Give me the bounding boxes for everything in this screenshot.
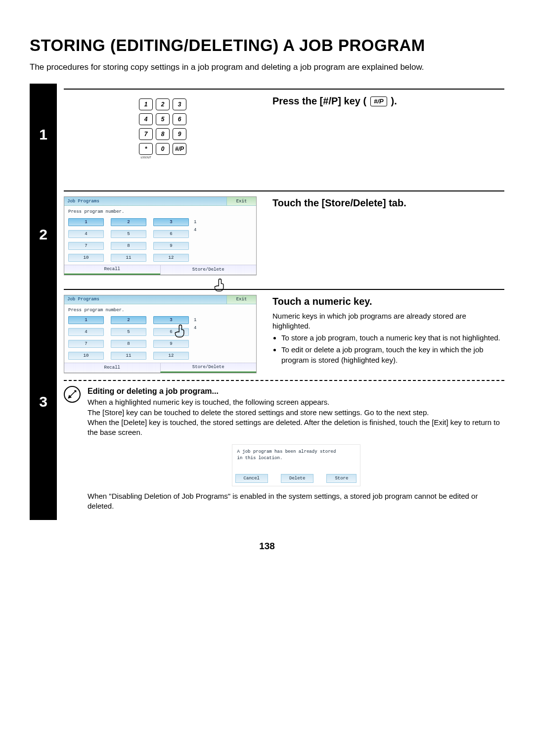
step-number-3: 3: [30, 284, 57, 520]
step3-panel: Job Programs Exit Press program number. …: [64, 295, 257, 373]
tab-store-delete[interactable]: Store/Delete: [160, 363, 257, 373]
step-1: 1 1 2 3 4 5 6 7 8 9: [30, 84, 504, 186]
numkey-8[interactable]: 8: [111, 340, 146, 348]
note-icon: [64, 386, 81, 403]
keypad-8[interactable]: 8: [156, 128, 170, 140]
numkey-10[interactable]: 10: [68, 352, 104, 360]
numkey-2[interactable]: 2: [111, 218, 146, 226]
step-3-bullets: To store a job program, touch a numeric …: [281, 333, 504, 365]
numkey-8[interactable]: 8: [111, 242, 146, 250]
step-1-heading-suffix: ).: [391, 94, 397, 108]
numkey-3[interactable]: 3: [153, 316, 189, 324]
page-indicator-current: 1: [194, 317, 196, 323]
keypad: 1 2 3 4 5 6 7 8 9 * 0 #/P LOGOUT: [139, 98, 186, 170]
divider: [64, 289, 504, 290]
dialog-line-1: A job program has been already stored: [237, 449, 355, 455]
cancel-button[interactable]: Cancel: [235, 474, 268, 483]
dialog-line-2: in this location.: [237, 455, 355, 461]
note-line-1: When a highlighted numeric key is touche…: [88, 397, 504, 407]
delete-button[interactable]: Delete: [281, 474, 313, 483]
step-2-heading: Touch the [Store/Delete] tab.: [272, 196, 504, 210]
page-indicator: 1 4: [194, 316, 196, 360]
keypad-9[interactable]: 9: [173, 128, 186, 140]
numkey-5[interactable]: 5: [111, 328, 146, 336]
page-number: 138: [30, 540, 504, 553]
note-line-2: The [Store] key can be touched to delete…: [88, 408, 504, 418]
note-line-3: When the [Delete] key is touched, the st…: [88, 418, 504, 438]
numkey-5[interactable]: 5: [111, 230, 146, 238]
numkey-1[interactable]: 1: [68, 316, 104, 324]
numkey-11[interactable]: 11: [111, 352, 146, 360]
numkey-7[interactable]: 7: [68, 242, 104, 250]
panel-sub: Press program number.: [64, 304, 256, 314]
step-1-heading: Press the [#/P] key ( #/P ).: [272, 94, 504, 108]
numkey-9[interactable]: 9: [153, 242, 189, 250]
step-3-sub: Numeric keys in which job programs are a…: [272, 311, 504, 331]
step-2: 2 Job Programs Exit Press program number…: [30, 186, 504, 284]
keypad-hashp[interactable]: #/P: [173, 143, 186, 155]
divider: [64, 89, 504, 90]
keypad-1[interactable]: 1: [139, 98, 153, 110]
numkey-7[interactable]: 7: [68, 340, 104, 348]
tab-store-delete[interactable]: Store/Delete: [160, 265, 257, 275]
note-block: Editing or deleting a job program... Whe…: [64, 386, 504, 512]
keypad-3[interactable]: 3: [173, 98, 186, 110]
numkey-4[interactable]: 4: [68, 328, 104, 336]
panel-title: Job Programs: [64, 295, 226, 304]
hashp-key-icon: #/P: [370, 96, 387, 106]
numkey-6[interactable]: 6: [153, 328, 189, 336]
step-1-heading-prefix: Press the [#/P] key (: [272, 94, 366, 108]
step-3-bullet-1: To store a job program, touch a numeric …: [281, 333, 504, 343]
exit-button[interactable]: Exit: [226, 295, 256, 304]
numkey-10[interactable]: 10: [68, 254, 104, 262]
dashed-divider: [64, 380, 504, 381]
page-indicator: 1 4: [194, 218, 196, 262]
panel-sub: Press program number.: [64, 206, 256, 216]
step-3-heading: Touch a numeric key.: [272, 295, 504, 308]
divider: [64, 190, 504, 191]
note-heading: Editing or deleting a job program...: [88, 386, 504, 397]
keypad-4[interactable]: 4: [139, 113, 153, 125]
page-title: STORING (EDITING/DELETING) A JOB PROGRAM: [30, 35, 504, 57]
step-3: 3 Job Programs Exit Press program number…: [30, 284, 504, 520]
exit-button[interactable]: Exit: [226, 197, 256, 205]
numkey-3[interactable]: 3: [153, 218, 189, 226]
numkey-11[interactable]: 11: [111, 254, 146, 262]
store-button[interactable]: Store: [326, 474, 356, 483]
keypad-6[interactable]: 6: [173, 113, 186, 125]
page-indicator-total: 4: [194, 227, 196, 233]
numeric-key-grid: 1 2 3 4 5 6 7 8 9 10 11: [68, 316, 189, 360]
page-indicator-current: 1: [194, 219, 196, 225]
confirm-dialog: A job program has been already stored in…: [232, 444, 360, 486]
step-number-1: 1: [30, 84, 57, 186]
numkey-1[interactable]: 1: [68, 218, 104, 226]
keypad-2[interactable]: 2: [156, 98, 170, 110]
numkey-12[interactable]: 12: [153, 254, 189, 262]
page-indicator-total: 4: [194, 325, 196, 331]
keypad-star[interactable]: *: [139, 143, 153, 155]
step2-panel: Job Programs Exit Press program number. …: [64, 196, 257, 275]
step-number-2: 2: [30, 186, 57, 284]
numkey-4[interactable]: 4: [68, 230, 104, 238]
logout-label: LOGOUT: [139, 156, 153, 168]
keypad-7[interactable]: 7: [139, 128, 153, 140]
numkey-2[interactable]: 2: [111, 316, 146, 324]
numkey-12[interactable]: 12: [153, 352, 189, 360]
panel-title: Job Programs: [64, 197, 226, 205]
numkey-6[interactable]: 6: [153, 230, 189, 238]
keypad-5[interactable]: 5: [156, 113, 170, 125]
intro-text: The procedures for storing copy settings…: [30, 62, 504, 73]
tab-recall[interactable]: Recall: [64, 363, 160, 373]
keypad-0[interactable]: 0: [156, 143, 170, 155]
numkey-9[interactable]: 9: [153, 340, 189, 348]
numeric-key-grid: 1 2 3 4 5 6 7 8 9 10 11: [68, 218, 189, 262]
note-closing: When "Disabling Deletion of Job Programs…: [88, 491, 504, 512]
tab-recall[interactable]: Recall: [64, 265, 160, 275]
step-3-bullet-2: To edit or delete a job program, touch t…: [281, 345, 504, 365]
